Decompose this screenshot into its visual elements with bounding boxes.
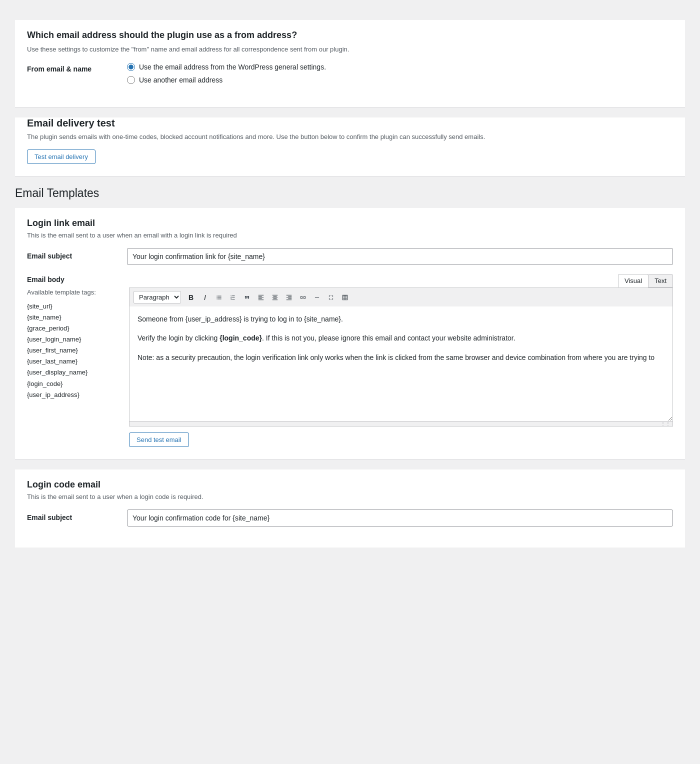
ul-button[interactable] (213, 292, 225, 304)
email-body-label: Email body (27, 274, 117, 286)
email-subject-input[interactable] (127, 248, 673, 265)
login-code-email-description: This is the email sent to a user when a … (27, 493, 673, 500)
editor-resize-bar: ⋮⋮ (129, 422, 673, 426)
section-divider-1 (15, 107, 685, 108)
blockquote-button[interactable] (241, 292, 253, 304)
align-right-button[interactable] (283, 292, 295, 304)
bold-button[interactable]: B (185, 292, 197, 304)
editor-tabs: Visual Text (129, 274, 673, 288)
body-paragraph-2: Verify the login by clicking {login_code… (138, 332, 664, 344)
login-code-email-block: Login code email This is the email sent … (15, 470, 685, 548)
radio-option-1-label: Use the email address from the WordPress… (139, 63, 326, 71)
radio-option-2-label: Use another email address (139, 76, 222, 84)
editor-toolbar: Paragraph Heading 1 Heading 2 Heading 3 … (129, 288, 673, 306)
body-paragraph-1: Someone from {user_ip_address} is trying… (138, 314, 664, 324)
tab-text[interactable]: Text (648, 274, 673, 288)
tag-user-display-name: {user_display_name} (27, 367, 117, 378)
from-email-section: Which email address should the plugin us… (15, 20, 685, 107)
radio-wordpress-general[interactable] (127, 63, 135, 71)
login-code-subject-input[interactable] (127, 510, 673, 526)
tag-grace-period: {grace_period} (27, 323, 117, 334)
login-code-subject-label: Email subject (27, 510, 127, 522)
radio-another-email[interactable] (127, 76, 135, 84)
italic-button[interactable]: I (199, 292, 211, 304)
login-code-subject-input-wrapper (127, 510, 673, 526)
section-divider-2 (15, 176, 685, 176)
section-divider-3 (15, 459, 685, 460)
paragraph-select[interactable]: Paragraph Heading 1 Heading 2 Heading 3 (134, 291, 181, 304)
login-link-email-block: Login link email This is the email sent … (15, 208, 685, 459)
login-link-email-description: This is the email sent to a user when an… (27, 232, 673, 239)
editor-container: Visual Text Paragraph Heading 1 Heading … (129, 274, 673, 447)
tag-site-url: {site_url} (27, 301, 117, 312)
from-email-field-row: From email & name Use the email address … (27, 63, 673, 89)
available-tags-label: Available template tags: (27, 287, 117, 298)
tag-user-ip-address: {user_ip_address} (27, 390, 117, 400)
table-button[interactable] (339, 292, 351, 304)
ol-button[interactable] (227, 292, 239, 304)
email-delivery-section: Email delivery test The plugin sends ema… (15, 118, 685, 176)
fullscreen-button[interactable] (325, 292, 337, 304)
email-delivery-description: The plugin sends emails with one-time co… (27, 133, 673, 140)
email-templates-title: Email Templates (15, 186, 685, 200)
hr-button[interactable] (311, 292, 323, 304)
test-email-delivery-button[interactable]: Test email delivery (27, 150, 96, 164)
send-test-row: Send test email (129, 432, 673, 447)
email-templates-section: Email Templates Login link email This is… (15, 186, 685, 548)
email-body-row: Email body Available template tags: {sit… (27, 274, 673, 447)
align-center-button[interactable] (269, 292, 281, 304)
email-subject-row: Email subject (27, 248, 673, 265)
from-email-controls: Use the email address from the WordPress… (127, 63, 673, 89)
from-email-label: From email & name (27, 63, 127, 73)
tag-site-name: {site_name} (27, 312, 117, 323)
tab-visual[interactable]: Visual (618, 274, 648, 288)
login-code-email-title: Login code email (27, 480, 673, 490)
tag-user-login-name: {user_login_name} (27, 334, 117, 345)
tag-user-first-name: {user_first_name} (27, 345, 117, 356)
align-left-button[interactable] (255, 292, 267, 304)
tag-login-code: {login_code} (27, 378, 117, 390)
send-test-email-button[interactable]: Send test email (129, 432, 189, 447)
from-email-question: Which email address should the plugin us… (27, 30, 673, 40)
email-subject-input-wrapper (127, 248, 673, 265)
radio-option-1[interactable]: Use the email address from the WordPress… (127, 63, 673, 71)
body-paragraph-3: Note: as a security precaution, the logi… (138, 352, 664, 363)
editor-content[interactable]: Someone from {user_ip_address} is trying… (129, 306, 673, 422)
login-link-email-title: Login link email (27, 218, 673, 228)
login-code-subject-row: Email subject (27, 510, 673, 526)
link-button[interactable] (297, 292, 309, 304)
email-subject-label: Email subject (27, 248, 127, 260)
tag-user-last-name: {user_last_name} (27, 356, 117, 367)
radio-option-2[interactable]: Use another email address (127, 76, 673, 84)
email-body-sidebar: Email body Available template tags: {sit… (27, 274, 117, 400)
email-delivery-title: Email delivery test (27, 118, 673, 129)
from-email-description: Use these settings to customize the "fro… (27, 46, 673, 53)
